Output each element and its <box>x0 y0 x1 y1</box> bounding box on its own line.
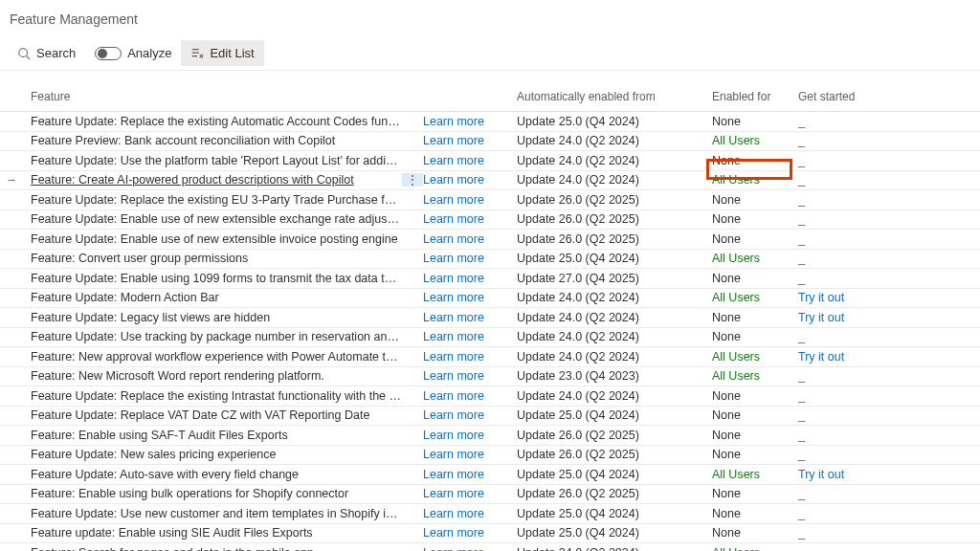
analyze-toggle[interactable] <box>95 47 122 60</box>
feature-name[interactable]: Feature Update: Replace the existing Int… <box>23 389 402 403</box>
enabled-for-value[interactable]: None <box>712 429 741 442</box>
table-row[interactable]: Feature Preview: Bank account reconcilia… <box>0 132 980 152</box>
feature-name[interactable]: Feature: Create AI-powered product descr… <box>23 173 402 187</box>
feature-name[interactable]: Feature Preview: Bank account reconcilia… <box>23 134 402 147</box>
feature-name[interactable]: Feature Update: Modern Action Bar <box>23 291 402 304</box>
enabled-for-value[interactable]: All Users <box>712 134 760 147</box>
feature-name[interactable]: Feature: New approval workflow experienc… <box>23 350 402 364</box>
enabled-for-value[interactable]: All Users <box>712 173 760 187</box>
enabled-for-value[interactable]: All Users <box>712 369 760 383</box>
feature-name[interactable]: Feature: Search for pages and data in th… <box>23 546 402 551</box>
learn-more-link[interactable]: Learn more <box>423 173 484 187</box>
learn-more-link[interactable]: Learn more <box>423 272 484 285</box>
enabled-for-value[interactable]: None <box>712 507 741 520</box>
learn-more-link[interactable]: Learn more <box>423 507 484 520</box>
try-it-out-link[interactable]: Try it out <box>798 291 844 304</box>
search-button[interactable]: Search <box>8 40 85 66</box>
table-row[interactable]: Feature Update: Use new customer and ite… <box>0 504 980 524</box>
feature-name[interactable]: Feature Update: New sales pricing experi… <box>23 448 402 461</box>
table-row[interactable]: Feature: Search for pages and data in th… <box>0 543 980 551</box>
learn-more-link[interactable]: Learn more <box>423 193 484 207</box>
learn-more-link[interactable]: Learn more <box>423 212 484 226</box>
table-row[interactable]: Feature Update: Replace the existing Int… <box>0 386 980 407</box>
learn-more-link[interactable]: Learn more <box>423 311 484 324</box>
feature-name[interactable]: Feature: Enable using SAF-T Audit Files … <box>23 429 402 442</box>
enabled-for-value[interactable]: None <box>712 389 741 403</box>
learn-more-link[interactable]: Learn more <box>423 134 484 147</box>
learn-more-link[interactable]: Learn more <box>423 330 484 343</box>
learn-more-link[interactable]: Learn more <box>423 369 484 383</box>
enabled-for-value[interactable]: None <box>712 311 741 324</box>
table-row[interactable]: Feature Update: Use the platform table '… <box>0 151 980 171</box>
enabled-for-value[interactable]: None <box>712 448 741 461</box>
learn-more-link[interactable]: Learn more <box>423 429 484 442</box>
learn-more-link[interactable]: Learn more <box>423 291 484 304</box>
feature-name[interactable]: Feature Update: Use tracking by package … <box>23 330 402 343</box>
try-it-out-link[interactable]: Try it out <box>798 468 844 481</box>
table-row[interactable]: Feature Update: Auto-save with every fie… <box>0 465 980 485</box>
learn-more-link[interactable]: Learn more <box>423 350 484 364</box>
feature-name[interactable]: Feature Update: Replace the existing Aut… <box>23 115 402 128</box>
try-it-out-link[interactable]: Try it out <box>798 350 844 364</box>
table-row[interactable]: Feature: New Microsoft Word report rende… <box>0 367 980 387</box>
enabled-for-value[interactable]: None <box>712 212 741 226</box>
col-feature[interactable]: Feature <box>23 90 402 103</box>
learn-more-link[interactable]: Learn more <box>423 408 484 422</box>
table-row[interactable]: Feature Update: Use tracking by package … <box>0 328 980 348</box>
col-enabled-for[interactable]: Enabled for <box>712 90 798 103</box>
try-it-out-link[interactable]: Try it out <box>798 311 844 324</box>
feature-name[interactable]: Feature Update: Legacy list views are hi… <box>23 311 402 324</box>
table-row[interactable]: Feature Update: Replace the existing EU … <box>0 190 980 210</box>
edit-list-button[interactable]: Edit List <box>181 40 263 66</box>
table-row[interactable]: Feature Update: Enable use of new extens… <box>0 230 980 250</box>
table-row[interactable]: Feature Update: Modern Action BarLearn m… <box>0 289 980 309</box>
row-actions[interactable]: ⋮ <box>402 173 423 187</box>
learn-more-link[interactable]: Learn more <box>423 154 484 167</box>
enabled-for-value[interactable]: None <box>712 232 741 246</box>
feature-name[interactable]: Feature: Enable using bulk operations fo… <box>23 487 402 500</box>
feature-name[interactable]: Feature: Convert user group permissions <box>23 252 402 265</box>
enabled-for-value[interactable]: None <box>712 115 741 128</box>
table-row[interactable]: →Feature: Create AI-powered product desc… <box>0 171 980 191</box>
col-auto-enabled[interactable]: Automatically enabled from <box>517 90 712 103</box>
learn-more-link[interactable]: Learn more <box>423 448 484 461</box>
learn-more-link[interactable]: Learn more <box>423 389 484 403</box>
enabled-for-value[interactable]: All Users <box>712 546 760 551</box>
feature-name[interactable]: Feature Update: Use the platform table '… <box>23 154 402 167</box>
enabled-for-value[interactable]: All Users <box>712 252 760 265</box>
table-row[interactable]: Feature Update: Legacy list views are hi… <box>0 308 980 328</box>
learn-more-link[interactable]: Learn more <box>423 468 484 481</box>
enabled-for-value[interactable]: All Users <box>712 291 760 304</box>
learn-more-link[interactable]: Learn more <box>423 487 484 500</box>
table-row[interactable]: Feature: Enable using bulk operations fo… <box>0 485 980 505</box>
feature-name[interactable]: Feature Update: Use new customer and ite… <box>23 507 402 520</box>
enabled-for-value[interactable]: None <box>712 330 741 343</box>
more-icon[interactable]: ⋮ <box>406 173 419 187</box>
feature-name[interactable]: Feature Update: Replace the existing EU … <box>23 193 402 207</box>
feature-name[interactable]: Feature Update: Enable use of new extens… <box>23 212 402 226</box>
feature-name[interactable]: Feature update: Enable using SIE Audit F… <box>23 526 402 540</box>
table-row[interactable]: Feature Update: Replace the existing Aut… <box>0 112 980 132</box>
table-row[interactable]: Feature Update: Replace VAT Date CZ with… <box>0 407 980 427</box>
feature-name[interactable]: Feature: New Microsoft Word report rende… <box>23 369 402 383</box>
feature-name[interactable]: Feature Update: Auto-save with every fie… <box>23 468 402 481</box>
table-row[interactable]: Feature: Convert user group permissionsL… <box>0 250 980 270</box>
table-row[interactable]: Feature update: Enable using SIE Audit F… <box>0 524 980 544</box>
enabled-for-value[interactable]: None <box>712 193 741 207</box>
enabled-for-value[interactable]: None <box>712 487 741 500</box>
feature-name[interactable]: Feature Update: Enable use of new extens… <box>23 232 402 246</box>
table-row[interactable]: Feature: Enable using SAF-T Audit Files … <box>0 426 980 446</box>
table-row[interactable]: Feature Update: Enable using 1099 forms … <box>0 269 980 289</box>
table-row[interactable]: Feature: New approval workflow experienc… <box>0 347 980 367</box>
learn-more-link[interactable]: Learn more <box>423 526 484 540</box>
table-row[interactable]: Feature Update: Enable use of new extens… <box>0 210 980 231</box>
enabled-for-value[interactable]: All Users <box>712 350 760 364</box>
feature-name[interactable]: Feature Update: Replace VAT Date CZ with… <box>23 408 402 422</box>
table-row[interactable]: Feature Update: New sales pricing experi… <box>0 446 980 466</box>
enabled-for-value[interactable]: All Users <box>712 468 760 481</box>
feature-name[interactable]: Feature Update: Enable using 1099 forms … <box>23 272 402 285</box>
learn-more-link[interactable]: Learn more <box>423 252 484 265</box>
learn-more-link[interactable]: Learn more <box>423 115 484 128</box>
col-get-started[interactable]: Get started <box>798 90 894 103</box>
learn-more-link[interactable]: Learn more <box>423 546 484 551</box>
